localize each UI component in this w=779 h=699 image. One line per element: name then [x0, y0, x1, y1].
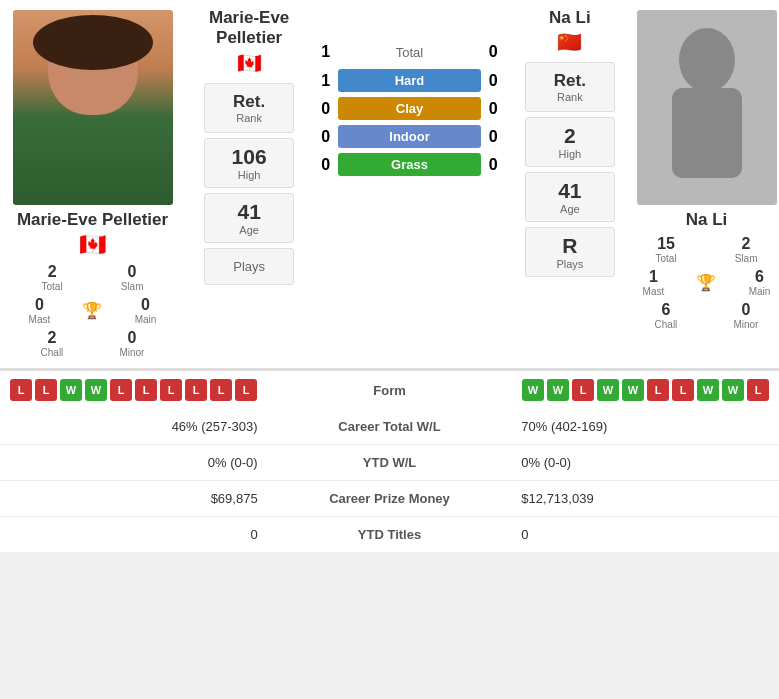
form-badge-right-W: W [522, 379, 544, 401]
left-main-value: 0 [141, 296, 150, 314]
right-age-card: 41 Age [525, 172, 615, 222]
form-badge-left-L: L [135, 379, 157, 401]
clay-score-right: 0 [481, 100, 506, 118]
right-rank-value: Ret. [531, 71, 609, 91]
right-form-badges: WWLWWLLWWL [522, 379, 769, 401]
indoor-score-left: 0 [313, 128, 338, 146]
players-layout: Marie-Eve Pelletier 🇨🇦 2 Total 0 Slam 0 … [0, 0, 779, 370]
left-mast-value: 0 [35, 296, 44, 314]
right-minor-label: Minor [733, 319, 758, 330]
left-player-flag: 🇨🇦 [79, 232, 106, 258]
form-badge-left-L: L [110, 379, 132, 401]
total-score-right: 0 [481, 43, 506, 61]
right-plays-value: R [531, 234, 609, 258]
stats-label-2: Career Prize Money [273, 481, 507, 517]
right-minor-value: 0 [741, 301, 750, 319]
left-slam-label: Slam [121, 281, 144, 292]
trophy-icon-left: 🏆 [82, 301, 102, 320]
right-stat-chall: 6 Chall [655, 301, 678, 330]
right-mast-label: Mast [643, 286, 665, 297]
left-stats-chall-minor: 2 Chall 0 Minor [13, 329, 173, 358]
right-center-flag: 🇨🇳 [557, 30, 582, 54]
stats-left-0: 46% (257-303) [0, 409, 273, 445]
right-plays-card: R Plays [525, 227, 615, 277]
stats-row-0: 46% (257-303)Career Total W/L70% (402-16… [0, 409, 779, 445]
stats-right-0: 70% (402-169) [506, 409, 779, 445]
left-player-photo [13, 10, 173, 205]
trophy-icon-right: 🏆 [696, 273, 716, 292]
form-badge-right-L: L [647, 379, 669, 401]
grass-score-badge: Grass [338, 153, 480, 176]
left-plays-label: Plays [210, 255, 288, 278]
left-total-value: 2 [48, 263, 57, 281]
left-high-label: High [210, 169, 288, 181]
form-badge-right-W: W [622, 379, 644, 401]
form-badge-left-L: L [10, 379, 32, 401]
left-age-value: 41 [210, 200, 288, 224]
right-rank-label: Rank [531, 91, 609, 103]
right-player-block: Na Li 15 Total 2 Slam 1 Mast 🏆 [634, 0, 779, 368]
right-stat-total: 15 Total [656, 235, 677, 264]
stats-row-3: 0YTD Titles0 [0, 517, 779, 553]
right-player-center-name: Na Li [549, 8, 591, 28]
hard-score-right: 0 [481, 72, 506, 90]
total-score-left: 1 [313, 43, 338, 61]
left-stat-mast: 0 Mast [29, 296, 51, 325]
right-slam-label: Slam [735, 253, 758, 264]
left-stats-total-slam: 2 Total 0 Slam [13, 263, 173, 292]
grass-score-row: 0 Grass 0 [313, 153, 505, 176]
clay-score-badge: Clay [338, 97, 480, 120]
scores-column: 1 Total 0 1 Hard 0 0 Clay 0 [313, 8, 505, 285]
stats-label-3: YTD Titles [273, 517, 507, 553]
right-high-label: High [531, 148, 609, 160]
form-badge-left-W: W [60, 379, 82, 401]
right-age-value: 41 [531, 179, 609, 203]
stats-label-1: YTD W/L [273, 445, 507, 481]
stats-label-0: Career Total W/L [273, 409, 507, 445]
form-badge-left-L: L [235, 379, 257, 401]
right-rank-card: Ret. Rank [525, 62, 615, 112]
form-label: Form [373, 383, 406, 398]
left-form-badges: LLWWLLLLLL [10, 379, 257, 401]
left-chall-label: Chall [41, 347, 64, 358]
stats-right-1: 0% (0-0) [506, 445, 779, 481]
left-stat-total: 2 Total [42, 263, 63, 292]
right-high-card: 2 High [525, 117, 615, 167]
right-high-value: 2 [531, 124, 609, 148]
right-mast-value: 1 [649, 268, 658, 286]
left-age-label: Age [210, 224, 288, 236]
right-player-photo [637, 10, 777, 205]
left-stat-chall: 2 Chall [41, 329, 64, 358]
svg-point-0 [679, 28, 735, 92]
right-main-label: Main [749, 286, 771, 297]
trophy-left: 🏆 [82, 301, 102, 320]
right-stat-slam: 2 Slam [735, 235, 758, 264]
total-score-label: Total [338, 45, 480, 60]
form-badge-left-L: L [35, 379, 57, 401]
right-slam-value: 2 [742, 235, 751, 253]
indoor-score-badge: Indoor [338, 125, 480, 148]
left-high-value: 106 [210, 145, 288, 169]
stats-row-1: 0% (0-0)YTD W/L0% (0-0) [0, 445, 779, 481]
left-center-flag: 🇨🇦 [237, 51, 262, 75]
form-badge-left-W: W [85, 379, 107, 401]
left-center-stats: Marie-Eve Pelletier 🇨🇦 Ret. Rank 106 Hig… [185, 8, 313, 285]
form-badge-left-L: L [185, 379, 207, 401]
stats-left-3: 0 [0, 517, 273, 553]
left-slam-value: 0 [128, 263, 137, 281]
indoor-score-right: 0 [481, 128, 506, 146]
right-stat-minor: 0 Minor [733, 301, 758, 330]
right-player-name: Na Li [686, 210, 728, 230]
left-player-block: Marie-Eve Pelletier 🇨🇦 2 Total 0 Slam 0 … [0, 0, 185, 368]
grass-score-left: 0 [313, 156, 338, 174]
center-block: Marie-Eve Pelletier 🇨🇦 Ret. Rank 106 Hig… [185, 0, 634, 368]
right-stats-chall-minor: 6 Chall 0 Minor [627, 301, 780, 330]
right-main-value: 6 [755, 268, 764, 286]
form-section: LLWWLLLLLL Form WWLWWLLWWL [0, 370, 779, 409]
left-player-center-name: Marie-Eve Pelletier [185, 8, 313, 49]
left-stat-slam: 0 Slam [121, 263, 144, 292]
form-badge-right-W: W [697, 379, 719, 401]
left-total-label: Total [42, 281, 63, 292]
grass-score-right: 0 [481, 156, 506, 174]
left-high-card: 106 High [204, 138, 294, 188]
